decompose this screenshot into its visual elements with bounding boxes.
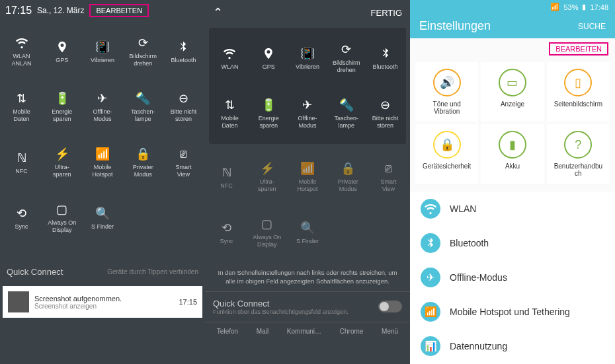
tile-label: NFC	[220, 182, 233, 190]
quick-connect-row[interactable]: Quick Connect Geräte durch Tippen verbin…	[0, 260, 205, 283]
hotspot-icon: 📶	[421, 302, 440, 322]
card-sound[interactable]: 🔊Töne undVibration	[415, 62, 478, 122]
batt-icon: ▮	[499, 131, 526, 159]
notification-title: Screenshot aufgenommen.	[34, 295, 173, 303]
list-item[interactable]: WLAN	[410, 192, 615, 226]
tile-label: MobileHotspot	[297, 178, 317, 193]
list-label: Offline-Modus	[450, 272, 507, 283]
tile-battery[interactable]: 🔋Energiesparen	[249, 86, 288, 141]
tile-label: GPS	[56, 57, 68, 64]
tile-bt[interactable]: Bluetooth	[163, 24, 204, 79]
quick-connect-label: Quick Connect	[7, 267, 63, 277]
nav-item[interactable]: Mail	[257, 328, 268, 335]
edit-button[interactable]: BEARBEITEN	[89, 4, 149, 17]
tile-search[interactable]: 🔍S Finder	[82, 190, 122, 246]
tile-data[interactable]: ⇅MobileDaten	[210, 86, 249, 141]
tile-hotspot[interactable]: 📶MobileHotspot	[82, 135, 122, 190]
list-item[interactable]: 📊Datennutzung	[410, 329, 615, 363]
signal-icon: 📶	[550, 3, 559, 11]
card-batt[interactable]: ▮Akku	[481, 124, 544, 184]
plane-icon: ✈	[300, 98, 315, 112]
cast-icon: ⎚	[176, 147, 190, 161]
card-help[interactable]: ?Benutzerhandbuch	[547, 124, 610, 184]
nfc-icon: ℕ	[220, 165, 234, 180]
list-item[interactable]: Bluetooth	[410, 226, 615, 260]
nav-item[interactable]: Menü	[382, 328, 398, 335]
tile-search[interactable]: 🔍S Finder	[287, 205, 327, 260]
chevron-up-icon[interactable]: ⌃	[213, 5, 223, 20]
search-icon: 🔍	[300, 221, 315, 235]
tile-dnd[interactable]: ⊖Bitte nichtstören	[366, 86, 405, 141]
tile-data[interactable]: ⇅MobileDaten	[1, 79, 42, 135]
tile-label: Bitte nichtstören	[372, 115, 399, 129]
notification-sub: Screenshot anzeigen	[34, 303, 173, 310]
list-item[interactable]: ✈Offline-Modus	[410, 260, 615, 295]
tile-wifi[interactable]: WLANANLAN	[1, 24, 42, 79]
tile-hotspot[interactable]: 📶MobileHotspot	[287, 149, 327, 205]
card-display[interactable]: ▭Anzeige	[481, 62, 544, 122]
ultra-icon: ⚡	[260, 161, 274, 176]
torch-icon: 🔦	[136, 91, 150, 106]
tile-nfc[interactable]: ℕNFC	[1, 135, 42, 190]
tile-nfc[interactable]: ℕNFC	[206, 149, 247, 205]
cast-icon: ⎚	[381, 161, 395, 176]
tile-sync[interactable]: ⟲Sync	[206, 205, 247, 260]
tile-label: Vibrieren	[296, 63, 319, 71]
tile-torch[interactable]: 🔦Taschen-lampe	[123, 79, 163, 135]
tile-bt[interactable]: Bluetooth	[366, 30, 405, 86]
search-button[interactable]: SUCHE	[578, 22, 606, 31]
quick-settings-grid: WLANANLANGPS📳Vibrieren⟳BildschirmdrehenB…	[0, 21, 205, 248]
aod-icon: ▢	[260, 217, 274, 231]
settings-list: WLANBluetooth✈Offline-Modus📶Mobile Hotsp…	[410, 192, 615, 364]
tile-cast[interactable]: ⎚SmartView	[368, 149, 409, 205]
tile-private[interactable]: 🔒PrivaterModus	[328, 149, 368, 205]
tile-ultra[interactable]: ⚡Ultra-sparen	[42, 135, 82, 190]
tile-plane[interactable]: ✈Offline-Modus	[82, 79, 122, 135]
tile-rotate[interactable]: ⟳Bildschirmdrehen	[327, 30, 366, 86]
quick-settings-edit-panel: ⌃ FERTIG WLANGPS📳Vibrieren⟳Bildschirmdre…	[205, 0, 410, 364]
done-button[interactable]: FERTIG	[371, 8, 402, 18]
edit-hint: In den Schnelleinstellungen nach links o…	[205, 263, 410, 291]
tile-cast[interactable]: ⎚SmartView	[163, 135, 204, 190]
tile-vibrate[interactable]: 📳Vibrieren	[82, 24, 122, 79]
card-edge[interactable]: ▯Seitenbildschirm	[547, 62, 610, 122]
nav-item[interactable]: Telefon	[217, 328, 238, 335]
wifi-icon	[15, 36, 29, 50]
list-item[interactable]: 📶Mobile Hotspot und Tethering	[410, 295, 615, 329]
tile-aod[interactable]: ▢Always OnDisplay	[42, 190, 82, 246]
tile-plane[interactable]: ✈Offline-Modus	[288, 86, 327, 141]
settings-cards: 🔊Töne undVibration▭Anzeige▯Seitenbildsch…	[410, 58, 615, 188]
tile-pin[interactable]: GPS	[42, 24, 82, 79]
data-icon: ⇅	[15, 91, 29, 106]
tile-label: WLAN	[221, 63, 238, 71]
tile-label: Vibrieren	[91, 57, 114, 64]
quick-connect-sub: Geräte durch Tippen verbinden	[107, 268, 198, 275]
tile-aod[interactable]: ▢Always OnDisplay	[247, 205, 287, 260]
card-label: Gerätesicherheit	[423, 163, 471, 170]
tile-label: SmartView	[380, 178, 396, 193]
dnd-icon: ⊖	[378, 98, 393, 112]
tile-torch[interactable]: 🔦Taschen-lampe	[327, 86, 366, 141]
tile-ultra[interactable]: ⚡Ultra-sparen	[247, 149, 287, 205]
tile-battery[interactable]: 🔋Energiesparen	[42, 79, 82, 135]
quick-settings-panel: 17:15 Sa., 12. März BEARBEITEN WLANANLAN…	[0, 0, 205, 364]
tile-sync[interactable]: ⟲Sync	[1, 190, 42, 246]
tile-label: Bluetooth	[171, 57, 196, 64]
tile-wifi[interactable]: WLAN	[210, 30, 249, 86]
tile-label: Offline-Modus	[93, 108, 112, 123]
vibrate-icon: 📳	[95, 40, 110, 54]
card-lock[interactable]: 🔒Gerätesicherheit	[415, 124, 478, 184]
tile-label: Sync	[15, 223, 28, 231]
private-icon: 🔒	[136, 147, 150, 161]
tile-vibrate[interactable]: 📳Vibrieren	[288, 30, 327, 86]
edit-button[interactable]: BEARBEITEN	[549, 42, 608, 55]
active-tiles-grid: WLANGPS📳Vibrieren⟳BildschirmdrehenBlueto…	[209, 28, 406, 144]
nav-item[interactable]: Chrome	[340, 328, 364, 335]
tile-private[interactable]: 🔒PrivaterModus	[123, 135, 163, 190]
notification[interactable]: Screenshot aufgenommen. Screenshot anzei…	[3, 286, 202, 318]
tile-pin[interactable]: GPS	[249, 30, 288, 86]
tile-dnd[interactable]: ⊖Bitte nichtstören	[163, 79, 204, 135]
quick-connect-toggle[interactable]	[378, 301, 402, 312]
tile-rotate[interactable]: ⟳Bildschirmdrehen	[123, 24, 163, 79]
nav-item[interactable]: Kommuni…	[287, 328, 321, 335]
